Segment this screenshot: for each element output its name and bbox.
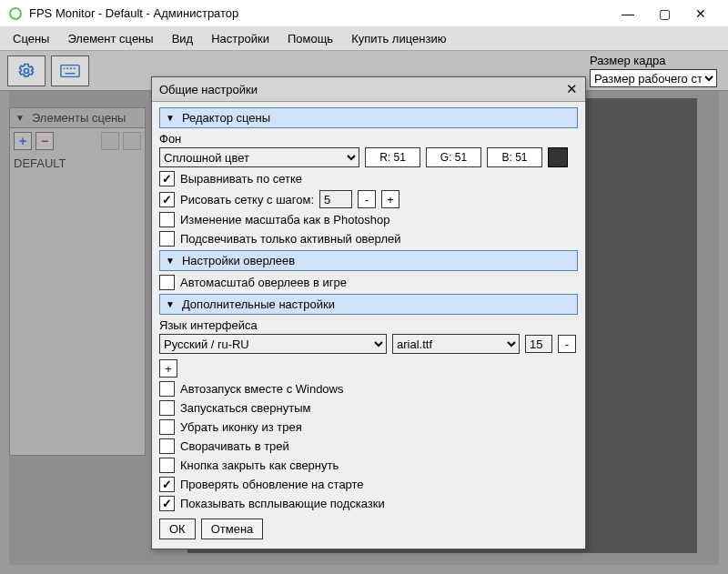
maximize-button[interactable]: ▢ (646, 1, 682, 26)
font-size-plus[interactable]: + (159, 359, 177, 378)
menu-help[interactable]: Помощь (280, 28, 340, 49)
section-scene-editor[interactable]: Редактор сцены (159, 107, 578, 128)
dialog-close-button[interactable]: ✕ (566, 81, 578, 97)
tooltips-label: Показывать всплывающие подсказки (180, 497, 385, 510)
close-button[interactable]: ✕ (682, 1, 719, 26)
bg-b-button[interactable]: B: 51 (487, 147, 542, 167)
minimize-tray-checkbox[interactable] (159, 438, 175, 454)
highlight-active-label: Подсвечивать только активный оверлей (180, 232, 400, 246)
align-grid-label: Выравнивать по сетке (180, 172, 302, 186)
menu-buy[interactable]: Купить лицензию (344, 28, 453, 49)
highlight-active-checkbox[interactable] (159, 231, 175, 247)
no-tray-label: Убрать иконку из трея (180, 420, 302, 434)
titlebar: FPS Monitor - Default - Администратор — … (0, 0, 728, 27)
menubar: Сцены Элемент сцены Вид Настройки Помощь… (0, 27, 728, 51)
zoom-ps-label: Изменение масштаба как в Photoshop (180, 213, 389, 227)
menu-scenes[interactable]: Сцены (5, 28, 56, 49)
zoom-ps-checkbox[interactable] (159, 212, 175, 227)
bg-r-button[interactable]: R: 51 (365, 147, 420, 167)
frame-size-select[interactable]: Размер рабочего ст (590, 69, 717, 87)
autoscale-label: Автомасштаб оверлеев в игре (180, 276, 347, 289)
bg-g-button[interactable]: G: 51 (426, 147, 481, 167)
start-minimized-checkbox[interactable] (159, 400, 175, 416)
app-logo-icon (9, 7, 22, 20)
check-updates-checkbox[interactable] (159, 477, 175, 492)
settings-dialog: Общие настройки ✕ Редактор сцены Фон Спл… (151, 76, 586, 549)
no-tray-checkbox[interactable] (159, 419, 175, 435)
menu-element[interactable]: Элемент сцены (60, 28, 160, 49)
grid-step-input[interactable]: 5 (319, 190, 352, 208)
menu-settings[interactable]: Настройки (204, 28, 277, 49)
close-as-min-label: Кнопка закрыть как свернуть (180, 458, 339, 472)
frame-size-label: Размер кадра (590, 54, 717, 67)
autoscale-checkbox[interactable] (159, 275, 175, 290)
minimize-tray-label: Сворачивать в трей (180, 439, 289, 453)
window-title: FPS Monitor - Default - Администратор (29, 6, 238, 20)
svg-rect-1 (61, 65, 79, 76)
bg-label: Фон (159, 132, 578, 146)
section-overlays[interactable]: Настройки оверлеев (159, 250, 578, 271)
draw-grid-label: Рисовать сетку с шагом: (180, 193, 314, 206)
autorun-label: Автозапуск вместе с Windows (180, 382, 344, 396)
bg-color-swatch[interactable] (548, 147, 568, 167)
dialog-title: Общие настройки (159, 83, 258, 96)
font-size-input[interactable]: 15 (525, 335, 552, 353)
grid-step-plus[interactable]: + (381, 190, 399, 208)
cancel-button[interactable]: Отмена (201, 519, 264, 539)
font-select[interactable]: arial.ttf (392, 334, 520, 354)
gear-button[interactable] (7, 55, 46, 86)
align-grid-checkbox[interactable] (159, 171, 175, 186)
autorun-checkbox[interactable] (159, 381, 175, 397)
keyboard-button[interactable] (51, 55, 89, 86)
minimize-button[interactable]: — (610, 1, 646, 26)
check-updates-label: Проверять обновление на старте (180, 478, 364, 491)
tooltips-checkbox[interactable] (159, 496, 175, 511)
font-size-minus[interactable]: - (558, 335, 576, 353)
close-as-min-checkbox[interactable] (159, 458, 175, 473)
keyboard-icon (60, 64, 80, 78)
bg-mode-select[interactable]: Сплошной цвет (159, 147, 359, 167)
draw-grid-checkbox[interactable] (159, 192, 175, 207)
language-select[interactable]: Русский / ru-RU (159, 334, 387, 354)
grid-step-minus[interactable]: - (358, 190, 376, 208)
ok-button[interactable]: ОК (159, 519, 196, 539)
start-minimized-label: Запускаться свернутым (180, 401, 310, 415)
gear-icon (17, 62, 35, 80)
svg-point-0 (25, 68, 29, 73)
section-advanced[interactable]: Дополнительные настройки (159, 294, 578, 315)
lang-label: Язык интерфейса (159, 318, 578, 332)
menu-view[interactable]: Вид (165, 28, 201, 49)
